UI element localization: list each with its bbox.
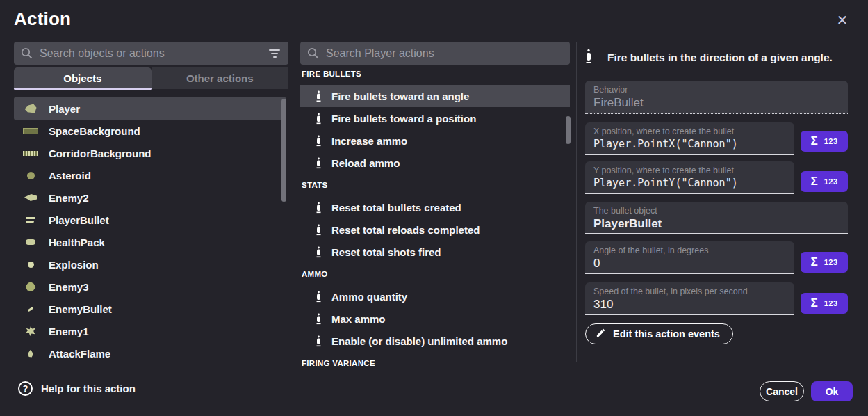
- x-position-input[interactable]: [593, 138, 786, 150]
- bullet-action-icon: [585, 49, 592, 67]
- object-label: Player: [49, 103, 80, 115]
- attackflame-object-icon: [22, 350, 39, 358]
- action-row-reset-shots-fired[interactable]: Reset total shots fired: [300, 241, 570, 263]
- bullet-action-icon: [316, 224, 322, 236]
- object-row-explosion[interactable]: Explosion: [14, 253, 286, 275]
- action-row-reload-ammo[interactable]: Reload ammo: [300, 152, 570, 174]
- object-label: Enemy3: [49, 281, 89, 293]
- group-header-stats: STATS: [300, 174, 570, 196]
- x-position-field: X position, where to create the bullet: [585, 122, 794, 155]
- action-label: Increase ammo: [331, 135, 407, 147]
- action-label: Reset total bullets created: [331, 202, 461, 214]
- speed-field: Speed of the bullet, in pixels per secon…: [585, 282, 794, 315]
- filter-icon[interactable]: [268, 48, 281, 59]
- action-label: Reload ammo: [331, 157, 400, 169]
- actions-search-input[interactable]: [326, 47, 563, 60]
- object-label: EnemyBullet: [49, 303, 112, 315]
- object-row-enemy1[interactable]: Enemy1: [14, 320, 286, 342]
- speed-input[interactable]: [593, 298, 786, 312]
- object-row-enemy3[interactable]: Enemy3: [14, 275, 286, 298]
- object-list: Player SpaceBackground CorridorBackgroun…: [14, 97, 286, 365]
- ok-button[interactable]: Ok: [811, 381, 853, 401]
- action-row-fire-position[interactable]: Fire bullets toward a position: [300, 107, 570, 129]
- bullet-action-icon: [316, 335, 322, 347]
- pencil-icon: [596, 328, 606, 340]
- action-label: Max ammo: [331, 313, 386, 325]
- edit-action-events-button[interactable]: Edit this action events: [585, 323, 733, 344]
- object-row-attackflame[interactable]: AttackFlame: [14, 342, 286, 365]
- action-label: Reset total reloads completed: [331, 224, 480, 236]
- sigma-icon: Σ: [810, 175, 817, 189]
- action-list: FIRE BULLETS Fire bullets toward an angl…: [300, 63, 570, 369]
- action-description: Fire bullets in the direction of a given…: [585, 49, 848, 67]
- object-row-enemybullet[interactable]: EnemyBullet: [14, 298, 286, 320]
- behavior-field[interactable]: Behavior FireBullet: [585, 81, 848, 114]
- bullet-object-label: The bullet object: [593, 206, 840, 216]
- object-label: Explosion: [49, 259, 99, 271]
- speed-expression-builder-button[interactable]: Σ 123: [801, 293, 848, 314]
- cancel-button[interactable]: Cancel: [760, 381, 804, 401]
- action-row-max-ammo[interactable]: Max ammo: [300, 307, 570, 330]
- action-row-fire-angle[interactable]: Fire bullets toward an angle: [300, 85, 570, 107]
- action-row-reset-bullets-created[interactable]: Reset total bullets created: [300, 196, 570, 218]
- action-description-text: Fire bullets in the direction of a given…: [607, 51, 833, 64]
- object-label: Asteroid: [49, 170, 91, 182]
- action-row-unlimited-ammo[interactable]: Enable (or disable) unlimited ammo: [300, 330, 570, 352]
- bullet-action-icon: [316, 157, 322, 169]
- objects-search-bar: [14, 42, 288, 65]
- actions-scrollbar[interactable]: [566, 116, 571, 144]
- angle-expression-builder-button[interactable]: Σ 123: [801, 252, 848, 273]
- object-row-corridorbackground[interactable]: CorridorBackground: [14, 142, 286, 164]
- help-link[interactable]: ? Help for this action: [18, 381, 136, 396]
- action-row-increase-ammo[interactable]: Increase ammo: [300, 129, 570, 152]
- bullet-action-icon: [316, 90, 322, 102]
- action-row-reset-reloads-completed[interactable]: Reset total reloads completed: [300, 218, 570, 241]
- object-row-healthpack[interactable]: HealthPack: [14, 231, 286, 253]
- tab-objects[interactable]: Objects: [14, 67, 152, 89]
- edit-action-events-label: Edit this action events: [613, 328, 720, 339]
- numbers-icon: 123: [824, 177, 838, 186]
- object-label: CorridorBackground: [49, 147, 152, 159]
- numbers-icon: 123: [824, 258, 838, 266]
- objects-search-input[interactable]: [40, 47, 261, 60]
- object-row-spacebackground[interactable]: SpaceBackground: [14, 120, 286, 142]
- dialog-title: Action: [14, 8, 71, 30]
- action-label: Fire bullets toward a position: [331, 113, 476, 125]
- sigma-icon: Σ: [810, 296, 817, 310]
- help-icon: ?: [18, 381, 33, 396]
- object-row-player[interactable]: Player: [14, 97, 286, 120]
- object-row-playerbullet[interactable]: PlayerBullet: [14, 209, 286, 231]
- tab-other-actions[interactable]: Other actions: [152, 67, 289, 89]
- angle-field: Angle of the bullet, in degrees: [585, 241, 794, 274]
- y-position-field: Y position, where to create the bullet: [585, 161, 794, 194]
- y-expression-builder-button[interactable]: Σ 123: [801, 171, 848, 192]
- object-row-asteroid[interactable]: Asteroid: [14, 164, 286, 186]
- help-label: Help for this action: [41, 383, 136, 394]
- y-position-label: Y position, where to create the bullet: [593, 166, 786, 175]
- playerbullet-object-icon: [22, 217, 39, 223]
- left-tabs: Objects Other actions: [14, 67, 288, 89]
- action-label: Reset total shots fired: [331, 246, 441, 258]
- search-icon: [307, 47, 319, 59]
- object-label: Enemy1: [49, 326, 89, 337]
- corridorbackground-object-icon: [22, 151, 39, 156]
- x-expression-builder-button[interactable]: Σ 123: [801, 131, 848, 152]
- sigma-icon: Σ: [810, 134, 817, 148]
- active-tab-indicator: [14, 88, 152, 90]
- bullet-action-icon: [316, 246, 322, 258]
- objects-scrollbar[interactable]: [281, 99, 286, 202]
- action-row-ammo-quantity[interactable]: Ammo quantity: [300, 285, 570, 307]
- object-row-enemy2[interactable]: Enemy2: [14, 186, 286, 209]
- y-position-input[interactable]: [593, 177, 786, 189]
- asteroid-object-icon: [22, 172, 39, 179]
- behavior-label: Behavior: [593, 85, 840, 95]
- angle-input[interactable]: [593, 257, 786, 271]
- bullet-action-icon: [316, 291, 322, 303]
- bullet-object-input[interactable]: [593, 217, 840, 231]
- group-header-ammo: AMMO: [300, 263, 570, 285]
- close-icon[interactable]: ✕: [833, 11, 851, 29]
- spacebackground-object-icon: [22, 128, 39, 134]
- behavior-value: FireBullet: [593, 96, 840, 110]
- enemy1-object-icon: [22, 326, 39, 336]
- object-label: HealthPack: [49, 237, 105, 248]
